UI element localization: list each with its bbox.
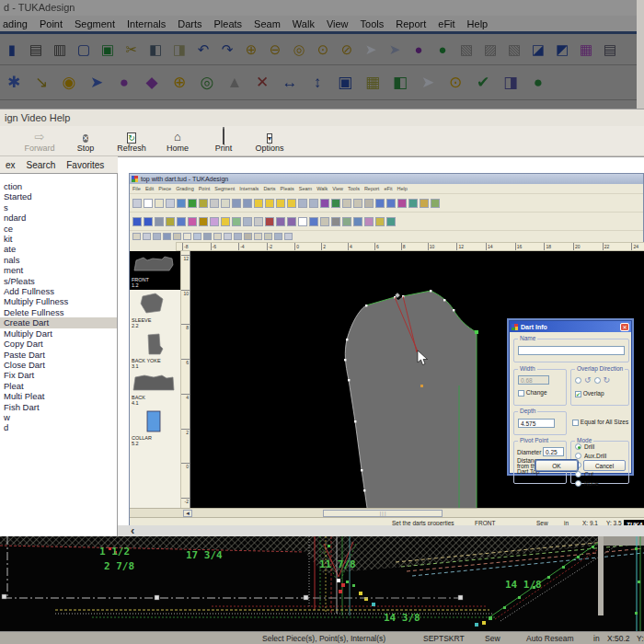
tool-icon[interactable] <box>298 217 307 226</box>
menu-item[interactable]: Tools <box>361 18 385 29</box>
print-button[interactable]: Print <box>208 126 239 155</box>
tool-icon[interactable] <box>163 233 171 240</box>
tree-item[interactable]: s <box>0 202 117 213</box>
toolbar-icon[interactable]: ▮ <box>0 38 24 62</box>
scroll-thumb[interactable]: | | | <box>323 510 443 517</box>
tool-icon[interactable] <box>199 217 208 226</box>
tool-icon[interactable] <box>144 217 153 226</box>
menu-item[interactable]: View <box>327 18 349 29</box>
toolbar-icon[interactable]: ↷ <box>215 38 239 62</box>
toolbar-icon[interactable]: ◎ <box>287 38 311 62</box>
toolbar-icon[interactable]: ▢ <box>72 38 96 62</box>
toolbar-icon[interactable]: ➤ <box>383 38 407 62</box>
emb-menu-item[interactable]: Grading <box>176 186 194 191</box>
toolbar-icon[interactable]: ➤ <box>414 71 442 95</box>
menu-item[interactable]: Help <box>467 18 489 29</box>
depth-input[interactable]: 4.575 <box>518 419 555 428</box>
tree-item[interactable]: Fix Dart <box>0 370 117 380</box>
home-button[interactable]: ⌂ Home <box>162 126 193 155</box>
horizontal-scrollbar[interactable]: ◄ | | | <box>130 508 644 517</box>
tool-icon[interactable] <box>353 217 362 226</box>
options-button[interactable]: ▾ Options <box>254 126 285 155</box>
tree-item[interactable]: ce <box>0 224 117 234</box>
toolbar-icon[interactable]: ⊕ <box>239 38 263 62</box>
toolbar-icon[interactable]: ▥ <box>48 38 72 62</box>
toolbar-icon[interactable]: ◩ <box>550 38 574 62</box>
tool-icon[interactable] <box>431 199 440 208</box>
tree-item[interactable]: Delete Fullness <box>0 307 117 317</box>
emb-menu-item[interactable]: File <box>132 186 141 191</box>
toolbar-icon[interactable]: ↕ <box>304 71 331 95</box>
front-piece-shape[interactable] <box>345 291 477 508</box>
toolbar-icon[interactable]: ▤ <box>24 38 48 62</box>
toolbar-icon[interactable]: ▣ <box>331 71 359 95</box>
equal-checkbox-row[interactable]: Equal for All Sizes <box>572 419 628 426</box>
tool-icon[interactable] <box>132 233 141 240</box>
tool-icon[interactable] <box>342 217 351 226</box>
tool-icon[interactable] <box>132 217 142 226</box>
toolbar-icon[interactable]: ✱ <box>0 71 28 95</box>
scroll-left-arrow[interactable]: ◄ <box>183 510 192 517</box>
overlap-checkbox-row[interactable]: ✔ Overlap <box>575 390 628 397</box>
toolbar-icon[interactable]: ✂ <box>120 38 144 62</box>
toolbar-icon[interactable]: ◨ <box>167 38 191 62</box>
menu-item[interactable]: Internals <box>127 18 166 29</box>
toolbar-icon[interactable]: ◎ <box>193 71 221 95</box>
tool-icon[interactable] <box>265 217 274 226</box>
tree-item[interactable]: d <box>0 422 117 432</box>
tool-icon[interactable] <box>375 217 385 226</box>
emb-menu-item[interactable]: Internals <box>239 186 259 191</box>
tool-icon[interactable] <box>221 199 230 208</box>
toolbar-icon[interactable]: ▧ <box>502 38 526 62</box>
emb-menu-item[interactable]: eFit <box>384 186 392 191</box>
toolbar-icon[interactable]: ◪ <box>526 38 550 62</box>
toolbar-icon[interactable]: ◧ <box>144 38 167 62</box>
emb-menu-item[interactable]: Report <box>364 186 380 191</box>
tool-icon[interactable] <box>284 233 293 240</box>
tree-item[interactable]: ction <box>0 181 117 191</box>
toolbar-icon[interactable]: ◆ <box>138 71 166 95</box>
tool-icon[interactable] <box>264 233 272 240</box>
tool-icon[interactable] <box>177 199 186 208</box>
toolbar-icon[interactable]: ◨ <box>497 71 524 95</box>
emb-menu-item[interactable]: Seam <box>299 186 312 191</box>
mode-radio[interactable] <box>575 453 581 459</box>
tree-item[interactable]: Add Fullness <box>0 286 117 296</box>
rotate-cw-icon[interactable]: ↻ <box>604 376 611 385</box>
cancel-button[interactable]: Cancel <box>583 460 626 471</box>
tool-icon[interactable] <box>386 217 396 226</box>
emb-menu-item[interactable]: Darts <box>263 186 275 191</box>
tool-icon[interactable] <box>144 199 153 208</box>
tool-icon[interactable] <box>153 233 161 240</box>
tool-icon[interactable] <box>287 217 296 226</box>
tree-item[interactable]: ment <box>0 265 117 275</box>
emb-menu-item[interactable]: Walk <box>316 186 328 191</box>
menu-item[interactable]: Walk <box>293 18 315 29</box>
toolbar-icon[interactable]: ↶ <box>191 38 215 62</box>
change-checkbox-row[interactable]: Change <box>518 389 566 397</box>
toolbar-icon[interactable]: ▣ <box>96 38 120 62</box>
toolbar-icon[interactable]: ▦ <box>574 38 598 62</box>
tool-icon[interactable] <box>375 199 385 208</box>
close-icon[interactable]: ✕ <box>620 323 629 331</box>
tool-icon[interactable] <box>287 199 296 208</box>
menu-item[interactable]: Report <box>396 18 426 29</box>
toolbar-icon[interactable]: ⊙ <box>442 71 469 95</box>
toolbar-icon[interactable]: ↘ <box>28 71 55 95</box>
emb-menu-item[interactable]: Help <box>397 186 408 191</box>
mode-radio[interactable] <box>575 480 581 487</box>
overlap-checkbox[interactable]: ✔ <box>575 391 581 397</box>
tab-index[interactable]: ex <box>6 160 16 170</box>
tool-icon[interactable] <box>309 217 318 226</box>
tree-item[interactable]: ndard <box>0 213 117 223</box>
toolbar-icon[interactable]: ● <box>524 71 552 95</box>
tool-icon[interactable] <box>132 199 142 208</box>
mode-option[interactable]: Aux.Drill <box>575 452 628 460</box>
tool-icon[interactable] <box>221 217 230 226</box>
tool-icon[interactable] <box>342 199 351 208</box>
video-back-button[interactable]: ‹ <box>131 523 134 537</box>
toolbar-icon[interactable]: ● <box>407 38 431 62</box>
tree-item[interactable]: w <box>0 412 117 422</box>
piece-entry-collar[interactable]: COLLAR 5.2 <box>130 408 180 448</box>
menu-item[interactable]: Segment <box>75 18 115 29</box>
